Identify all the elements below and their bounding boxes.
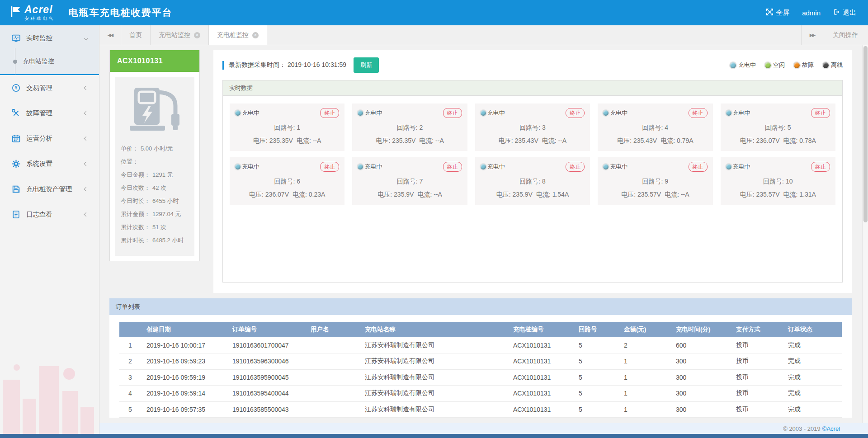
terminate-button[interactable]: 终止 bbox=[566, 108, 585, 118]
column-header: 支付方式 bbox=[732, 322, 784, 337]
sidebar: 实时监控充电站监控¥交易管理故障管理运营分析系统设置充电桩资产管理日志查看 bbox=[0, 25, 99, 434]
channel-values: 电压: 235.9V电流: 1.54A bbox=[481, 191, 585, 199]
tab-home[interactable]: 首页 bbox=[121, 25, 151, 45]
current-value: 电流: 0.79A bbox=[660, 137, 693, 144]
orders-table-header-row: 创建日期订单编号用户名充电站名称充电桩编号回路号金额(元)充电时间(分)支付方式… bbox=[119, 322, 842, 337]
table-cell: ACX1010131 bbox=[509, 386, 575, 402]
monitor-icon bbox=[12, 34, 20, 42]
table-cell: 2019-10-16 09:59:23 bbox=[143, 353, 229, 370]
sidebar-item-label: 故障管理 bbox=[26, 109, 52, 118]
table-row: 22019-10-16 09:59:231910163596300046江苏安科… bbox=[119, 353, 842, 370]
table-cell: 1910163595900045 bbox=[229, 369, 307, 386]
tab-pile-monitor[interactable]: 充电桩监控× bbox=[209, 25, 267, 45]
sidebar-item-pile-assets[interactable]: 充电桩资产管理 bbox=[0, 176, 99, 202]
table-cell: 2019-10-16 09:59:19 bbox=[143, 369, 229, 386]
circuit-number: 回路号: 1 bbox=[235, 124, 339, 132]
device-stat: 累计时长：6485.2 小时 bbox=[121, 236, 189, 245]
device-stat: 位置： bbox=[121, 158, 189, 166]
tab-close-icon[interactable]: × bbox=[194, 32, 200, 38]
sidebar-item-fault-mgmt[interactable]: 故障管理 bbox=[0, 100, 99, 126]
legend-label: 故障 bbox=[802, 61, 814, 69]
table-cell: 300 bbox=[672, 353, 732, 370]
table-cell: 1 bbox=[620, 369, 672, 386]
chevron-left-icon bbox=[84, 187, 89, 191]
table-cell: 投币 bbox=[732, 401, 784, 418]
legend-label: 离线 bbox=[831, 61, 843, 69]
terminate-button[interactable]: 终止 bbox=[443, 162, 462, 172]
channel-values: 电压: 235.57V电流: --A bbox=[603, 191, 707, 199]
sidebar-subitem-station-monitor[interactable]: 充电站监控 bbox=[0, 51, 99, 72]
status-orb-icon bbox=[603, 164, 609, 170]
main-content: ACX1010131 bbox=[99, 45, 868, 423]
tab-label: 首页 bbox=[129, 31, 142, 39]
tab-bar: ◀◀ 首页充电站监控×充电桩监控× ▶▶ 关闭操作 bbox=[99, 25, 868, 45]
terminate-button[interactable]: 终止 bbox=[320, 108, 339, 118]
terminate-button[interactable]: 终止 bbox=[566, 162, 585, 172]
vertical-scrollbar[interactable] bbox=[862, 45, 868, 423]
current-value: 电流: 1.31A bbox=[783, 191, 816, 198]
table-cell: 2019-10-16 09:57:35 bbox=[143, 401, 229, 418]
terminate-button[interactable]: 终止 bbox=[811, 108, 830, 118]
chevron-left-icon bbox=[84, 161, 89, 166]
table-cell: 600 bbox=[672, 337, 732, 353]
table-cell: 投币 bbox=[732, 337, 784, 353]
channel-card-6: 充电中终止回路号: 6电压: 236.07V电流: 0.23A bbox=[230, 157, 344, 205]
table-cell: 5 bbox=[575, 337, 620, 353]
chevron-left-icon bbox=[84, 111, 89, 115]
sidebar-item-realtime-monitor[interactable]: 实时监控 bbox=[0, 25, 99, 51]
terminate-button[interactable]: 终止 bbox=[689, 108, 708, 118]
tabs-scroll-right-button[interactable]: ▶▶ bbox=[801, 25, 823, 45]
voltage-value: 电压: 235.57V bbox=[621, 191, 661, 198]
table-cell: 5 bbox=[575, 401, 620, 418]
column-header: 充电桩编号 bbox=[509, 322, 575, 337]
terminate-button[interactable]: 终止 bbox=[320, 162, 339, 172]
column-header: 用户名 bbox=[307, 322, 361, 337]
status-orb-icon bbox=[823, 62, 829, 68]
voltage-value: 电压: 235.43V bbox=[617, 137, 657, 144]
table-cell bbox=[307, 369, 361, 386]
table-cell: 1 bbox=[119, 337, 143, 353]
tab-close-icon[interactable]: × bbox=[252, 32, 259, 38]
legend-offline: 离线 bbox=[823, 61, 843, 69]
scrollbar-thumb[interactable] bbox=[863, 46, 868, 222]
table-cell: 1910163601700047 bbox=[229, 337, 307, 353]
table-cell: 2019-10-16 09:59:14 bbox=[143, 386, 229, 402]
user-menu[interactable]: admin bbox=[802, 9, 821, 17]
sidebar-group-fault-mgmt: 故障管理 bbox=[0, 100, 99, 126]
logout-button[interactable]: 退出 bbox=[833, 9, 856, 17]
channel-status: 充电中 bbox=[242, 109, 259, 117]
terminate-button[interactable]: 终止 bbox=[811, 162, 830, 172]
voltage-value: 电压: 236.07V bbox=[740, 137, 780, 144]
terminate-button[interactable]: 终止 bbox=[689, 162, 708, 172]
tab-station-monitor[interactable]: 充电站监控× bbox=[151, 25, 209, 45]
fullscreen-button[interactable]: 全屏 bbox=[766, 9, 789, 17]
status-orb-icon bbox=[235, 164, 241, 170]
table-cell: 3 bbox=[119, 369, 143, 386]
brand-link[interactable]: ©Acrel bbox=[822, 425, 840, 432]
terminate-button[interactable]: 终止 bbox=[443, 108, 462, 118]
legend-label: 充电中 bbox=[738, 61, 756, 69]
sidebar-item-log-view[interactable]: 日志查看 bbox=[0, 202, 99, 227]
table-cell bbox=[307, 353, 361, 370]
sidebar-item-transaction-mgmt[interactable]: ¥交易管理 bbox=[0, 75, 99, 100]
tabs-scroll-left-button[interactable]: ◀◀ bbox=[99, 25, 121, 45]
table-cell: 江苏安科瑞制造有限公司 bbox=[361, 369, 509, 386]
device-id: ACX1010131 bbox=[110, 50, 199, 72]
stat-value: 51 次 bbox=[152, 224, 166, 231]
save-icon bbox=[12, 185, 20, 193]
column-header: 充电站名称 bbox=[361, 322, 509, 337]
channel-values: 电压: 235.57V电流: 1.31A bbox=[726, 191, 830, 199]
close-operations-button[interactable]: 关闭操作 bbox=[823, 25, 868, 45]
stat-label: 今日次数： bbox=[121, 184, 150, 191]
sidebar-item-operation-analysis[interactable]: 运营分析 bbox=[0, 126, 99, 151]
status-orb-icon bbox=[603, 110, 609, 116]
table-cell: 完成 bbox=[784, 337, 842, 353]
table-cell: 300 bbox=[672, 401, 732, 418]
refresh-button[interactable]: 刷新 bbox=[354, 57, 379, 73]
stat-label: 累计次数： bbox=[121, 224, 150, 231]
sidebar-subitem-label: 充电站监控 bbox=[23, 57, 54, 66]
chevron-left-icon bbox=[84, 136, 89, 141]
sidebar-item-system-settings[interactable]: 系统设置 bbox=[0, 151, 99, 176]
orders-title: 订单列表 bbox=[109, 298, 852, 315]
sidebar-group-operation-analysis: 运营分析 bbox=[0, 126, 99, 151]
